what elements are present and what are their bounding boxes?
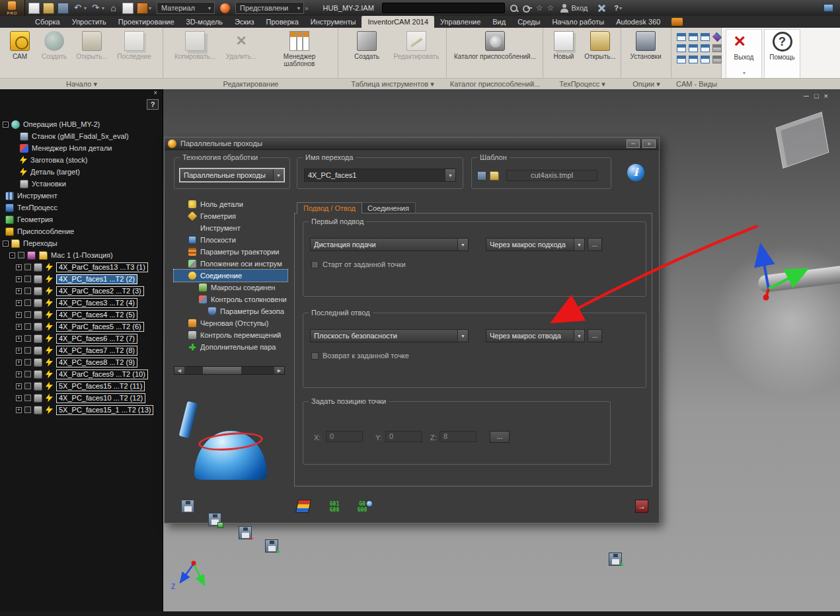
new-document-icon[interactable] — [28, 3, 40, 14]
key-icon[interactable] — [523, 3, 532, 13]
collapse-icon[interactable]: - — [9, 252, 15, 258]
panel-label-start[interactable]: Начало ▾ — [0, 79, 163, 89]
dialog-tree-node-tool-axis[interactable]: Положение оси инструм — [174, 258, 287, 270]
operation-label[interactable]: 4X_PC_faces4 ...T2 (5) — [56, 310, 137, 320]
doc-minimize-icon[interactable]: ─ — [804, 92, 814, 100]
first-approach-more-button[interactable]: ... — [588, 238, 602, 251]
operation-label[interactable]: 5X_PC_faces15_1 ...T2 (13) — [56, 405, 153, 415]
tab-manage[interactable]: Управление — [434, 16, 486, 28]
gcode-button[interactable]: G01G00 — [326, 501, 343, 514]
tree-operation[interactable]: + 4X_PC_faces10 ...T2 (12) — [0, 392, 163, 404]
operation-label[interactable]: 4X_PC_faces6 ...T2 (7) — [56, 334, 137, 344]
panel-label-tool-table[interactable]: Таблица инструментов ▾ — [338, 79, 447, 89]
dropdown-arrow-icon[interactable]: ▼ — [574, 239, 584, 250]
operation-checkbox[interactable] — [24, 323, 31, 330]
save-copy-button[interactable]: + — [265, 539, 278, 553]
tab-simplify[interactable]: Упростить — [66, 16, 112, 28]
tree-node-label[interactable]: Деталь (target) — [30, 168, 80, 176]
cam-view-window-icon[interactable] — [701, 56, 710, 63]
tree-node-label[interactable]: Приспособление — [17, 227, 74, 235]
tree-node-machine-group[interactable]: - Мас 1 (1-Позиция) — [0, 249, 163, 261]
tree-node-label[interactable]: Переходы — [23, 239, 57, 247]
tree-operation[interactable]: + 4X_PC_faces4 ...T2 (5) — [0, 309, 163, 321]
cam-view-window-icon[interactable] — [689, 44, 698, 52]
cam-view-window-icon[interactable] — [701, 33, 710, 41]
first-approach-mode-dropdown[interactable]: Дистанция подачи ▼ — [310, 238, 469, 251]
tab-environments[interactable]: Среды — [512, 16, 546, 28]
operation-checkbox[interactable] — [24, 347, 31, 354]
tree-operation[interactable]: + 4X_ParC_faces9 ...T2 (10) — [0, 368, 163, 380]
operation-checkbox[interactable] — [24, 359, 31, 366]
cam-view-window-icon[interactable] — [689, 33, 698, 41]
save-template-button[interactable] — [208, 513, 221, 526]
tree-operation-selected[interactable]: + 4X_PC_faces1 ...T2 (2) — [0, 273, 163, 285]
appearance-sphere-icon[interactable] — [220, 3, 230, 13]
tab-links[interactable]: Соединения — [361, 202, 416, 213]
search-icon[interactable] — [510, 4, 518, 13]
tree-node-transitions[interactable]: - Переходы — [0, 237, 163, 249]
tree-node-label[interactable]: Геометрия — [17, 215, 53, 223]
template-filename[interactable]: cut4axis.tmpl — [506, 170, 597, 181]
cam-view-eraser-icon[interactable] — [712, 44, 722, 52]
panel-close-icon[interactable]: × — [153, 90, 157, 96]
expand-icon[interactable]: + — [16, 395, 22, 401]
tab-tools[interactable]: Инструменты — [305, 16, 362, 28]
last-retract-macro-dropdown[interactable]: Через макрос отвода ▼ — [486, 329, 585, 342]
cam-view-misc-icon[interactable] — [712, 56, 722, 63]
cam-view-window-icon[interactable] — [677, 56, 686, 63]
tree-operation[interactable]: + 4X_PC_faces3 ...T2 (4) — [0, 297, 163, 309]
open-template-icon[interactable] — [490, 171, 499, 180]
last-retract-mode-dropdown[interactable]: Плоскость безопасности ▼ — [310, 329, 469, 342]
tree-operation[interactable]: + 4X_ParC_faces2 ...T2 (3) — [0, 285, 163, 297]
gcode-all-button[interactable]: G0G00 — [354, 501, 371, 514]
machine-group-checkbox[interactable] — [18, 252, 24, 258]
operation-label[interactable]: 4X_PC_faces7 ...T2 (8) — [56, 346, 137, 356]
cam-button[interactable]: CAM — [4, 29, 36, 60]
delete-button[interactable]: × Удалить... — [221, 29, 261, 60]
tab-approach-retract[interactable]: Подвод / Отвод — [297, 202, 362, 213]
material-combobox[interactable]: Материал ▼ — [157, 2, 215, 14]
tab-assembly[interactable]: Сборка — [29, 16, 66, 28]
dialog-tree-label[interactable]: Ноль детали — [200, 200, 243, 208]
create-button[interactable]: Создать — [37, 29, 71, 60]
tree-node-stock[interactable]: Заготовка (stock) — [0, 154, 163, 166]
save-calc-button[interactable]: + — [239, 526, 252, 539]
operation-label[interactable]: 4X_ParC_faces2 ...T2 (3) — [56, 286, 144, 296]
cam-view-window-icon[interactable] — [689, 56, 698, 63]
tree-node-geometry[interactable]: Геометрия — [0, 213, 163, 225]
expand-icon[interactable]: + — [16, 276, 22, 282]
dialog-tree-label[interactable]: Дополнительные пара — [200, 343, 276, 351]
dialog-tree-node-link-macros[interactable]: Макросы соединен — [174, 282, 287, 293]
dialog-tree-label[interactable]: Контроль столкновени — [211, 295, 287, 303]
operation-checkbox[interactable] — [24, 406, 31, 413]
dialog-tree-node-geometry[interactable]: Геометрия — [174, 210, 287, 222]
tree-node-label[interactable]: Станок (gMill_Fadal_5x_eval) — [32, 132, 129, 140]
panel-label-cam-views[interactable]: CAM - Виды — [671, 79, 722, 89]
save-template-icon[interactable] — [477, 171, 486, 180]
dialog-tree-label[interactable]: Параметры траектории — [200, 248, 279, 256]
recent-button[interactable]: Последние — [114, 29, 155, 60]
tree-node-label[interactable]: Установки — [32, 180, 66, 188]
dropdown-arrow-icon[interactable]: ▼ — [457, 239, 468, 250]
dialog-tree-node-toolpath-params[interactable]: Параметры траектории — [174, 246, 287, 258]
home-icon[interactable]: ⌂ — [108, 3, 119, 14]
tree-node-label[interactable]: Операция (HUB_MY-2) — [23, 120, 100, 128]
scroll-right-icon[interactable]: ▶ — [274, 367, 284, 374]
operation-label[interactable]: 4X_PC_faces10 ...T2 (12) — [56, 393, 145, 403]
point-more-button[interactable]: ... — [490, 431, 510, 443]
tab-sketch[interactable]: Эскиз — [229, 16, 260, 28]
info-icon[interactable]: i — [627, 164, 644, 181]
exit-caret-icon[interactable]: ▾ — [743, 70, 745, 76]
operation-label[interactable]: 4X_ParC_faces13 ...T3 (1) — [56, 262, 148, 272]
x-field[interactable]: 0 — [326, 431, 363, 442]
tree-node-label[interactable]: Мас 1 (1-Позиция) — [51, 251, 113, 259]
expand-icon[interactable]: + — [16, 360, 22, 366]
tree-operation[interactable]: + 5X_PC_faces15 ...T2 (11) — [0, 380, 163, 392]
scroll-left-icon[interactable]: ◀ — [174, 367, 184, 374]
dialog-tree-label[interactable]: Параметры безопа — [220, 307, 284, 315]
toolbar-overflow-icon[interactable]: » — [305, 5, 309, 12]
ribbon-extra-icon[interactable] — [671, 18, 683, 26]
help-menu-icon[interactable]: ? — [614, 4, 619, 12]
cam-view-window-icon[interactable] — [677, 44, 686, 52]
dialog-tree-label[interactable]: Контроль перемещений — [200, 331, 281, 339]
